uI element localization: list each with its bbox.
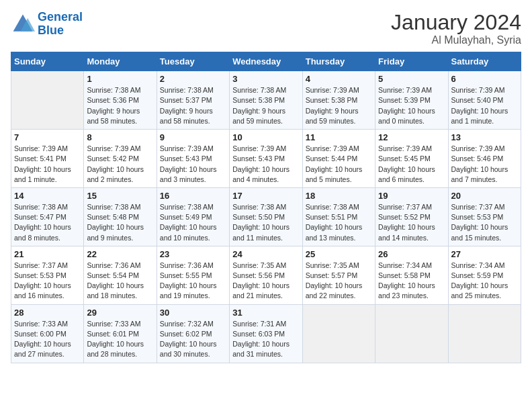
day-info: Sunrise: 7:39 AM Sunset: 5:44 PM Dayligh… bbox=[306, 144, 372, 185]
week-row-5: 28Sunrise: 7:33 AM Sunset: 6:00 PM Dayli… bbox=[11, 304, 521, 363]
day-number: 12 bbox=[378, 132, 445, 142]
day-info: Sunrise: 7:39 AM Sunset: 5:43 PM Dayligh… bbox=[160, 144, 226, 185]
day-number: 25 bbox=[306, 249, 372, 259]
day-info: Sunrise: 7:38 AM Sunset: 5:36 PM Dayligh… bbox=[87, 85, 153, 126]
day-number: 23 bbox=[160, 249, 226, 259]
title-block: January 2024 Al Mulayhah, Syria bbox=[391, 11, 521, 46]
month-title: January 2024 bbox=[391, 11, 521, 34]
calendar-cell: 27Sunrise: 7:34 AM Sunset: 5:59 PM Dayli… bbox=[448, 246, 521, 304]
day-info: Sunrise: 7:37 AM Sunset: 5:53 PM Dayligh… bbox=[451, 202, 518, 243]
day-number: 26 bbox=[378, 249, 445, 259]
logo-icon bbox=[11, 12, 35, 36]
header-row: SundayMondayTuesdayWednesdayThursdayFrid… bbox=[11, 52, 521, 71]
day-number: 3 bbox=[232, 74, 299, 84]
day-info: Sunrise: 7:38 AM Sunset: 5:47 PM Dayligh… bbox=[14, 202, 81, 243]
day-number: 28 bbox=[14, 308, 81, 318]
day-number: 17 bbox=[232, 191, 299, 201]
calendar-cell: 22Sunrise: 7:36 AM Sunset: 5:54 PM Dayli… bbox=[84, 246, 157, 304]
day-info: Sunrise: 7:32 AM Sunset: 6:02 PM Dayligh… bbox=[160, 319, 226, 360]
calendar-cell bbox=[448, 304, 521, 363]
calendar-cell: 6Sunrise: 7:39 AM Sunset: 5:40 PM Daylig… bbox=[448, 71, 521, 130]
day-info: Sunrise: 7:38 AM Sunset: 5:49 PM Dayligh… bbox=[160, 202, 226, 243]
day-info: Sunrise: 7:38 AM Sunset: 5:38 PM Dayligh… bbox=[232, 85, 299, 126]
day-info: Sunrise: 7:33 AM Sunset: 6:00 PM Dayligh… bbox=[14, 319, 81, 360]
day-info: Sunrise: 7:37 AM Sunset: 5:53 PM Dayligh… bbox=[14, 261, 81, 302]
day-number: 19 bbox=[378, 191, 445, 201]
day-number: 11 bbox=[306, 132, 372, 142]
column-header-friday: Friday bbox=[375, 52, 448, 71]
calendar-cell: 8Sunrise: 7:39 AM Sunset: 5:42 PM Daylig… bbox=[84, 130, 157, 188]
logo-line1: General bbox=[38, 10, 83, 24]
day-number: 31 bbox=[232, 308, 299, 318]
calendar-cell: 1Sunrise: 7:38 AM Sunset: 5:36 PM Daylig… bbox=[84, 71, 157, 130]
day-number: 22 bbox=[87, 249, 153, 259]
day-info: Sunrise: 7:39 AM Sunset: 5:39 PM Dayligh… bbox=[378, 85, 445, 126]
day-info: Sunrise: 7:36 AM Sunset: 5:54 PM Dayligh… bbox=[87, 261, 153, 302]
calendar-cell: 10Sunrise: 7:39 AM Sunset: 5:43 PM Dayli… bbox=[230, 130, 302, 188]
day-number: 21 bbox=[14, 249, 81, 259]
calendar-cell: 31Sunrise: 7:31 AM Sunset: 6:03 PM Dayli… bbox=[230, 304, 302, 363]
calendar-cell bbox=[11, 71, 84, 130]
calendar-cell: 25Sunrise: 7:35 AM Sunset: 5:57 PM Dayli… bbox=[302, 246, 375, 304]
calendar-cell: 15Sunrise: 7:38 AM Sunset: 5:48 PM Dayli… bbox=[84, 187, 157, 246]
week-row-2: 7Sunrise: 7:39 AM Sunset: 5:41 PM Daylig… bbox=[11, 130, 521, 188]
day-number: 5 bbox=[378, 74, 445, 84]
calendar-cell: 11Sunrise: 7:39 AM Sunset: 5:44 PM Dayli… bbox=[302, 130, 375, 188]
day-number: 1 bbox=[87, 74, 153, 84]
day-number: 15 bbox=[87, 191, 153, 201]
calendar-cell: 21Sunrise: 7:37 AM Sunset: 5:53 PM Dayli… bbox=[11, 246, 84, 304]
column-header-saturday: Saturday bbox=[448, 52, 521, 71]
day-info: Sunrise: 7:39 AM Sunset: 5:43 PM Dayligh… bbox=[232, 144, 299, 185]
calendar-cell: 17Sunrise: 7:38 AM Sunset: 5:50 PM Dayli… bbox=[230, 187, 302, 246]
calendar-table: SundayMondayTuesdayWednesdayThursdayFrid… bbox=[11, 52, 521, 363]
calendar-cell: 12Sunrise: 7:39 AM Sunset: 5:45 PM Dayli… bbox=[375, 130, 448, 188]
column-header-tuesday: Tuesday bbox=[157, 52, 229, 71]
day-info: Sunrise: 7:39 AM Sunset: 5:42 PM Dayligh… bbox=[87, 144, 153, 185]
day-number: 13 bbox=[451, 132, 518, 142]
day-number: 24 bbox=[232, 249, 299, 259]
column-header-sunday: Sunday bbox=[11, 52, 84, 71]
calendar-cell: 26Sunrise: 7:34 AM Sunset: 5:58 PM Dayli… bbox=[375, 246, 448, 304]
calendar-cell: 20Sunrise: 7:37 AM Sunset: 5:53 PM Dayli… bbox=[448, 187, 521, 246]
day-info: Sunrise: 7:39 AM Sunset: 5:46 PM Dayligh… bbox=[451, 144, 518, 185]
week-row-1: 1Sunrise: 7:38 AM Sunset: 5:36 PM Daylig… bbox=[11, 71, 521, 130]
day-info: Sunrise: 7:38 AM Sunset: 5:51 PM Dayligh… bbox=[306, 202, 372, 243]
day-number: 30 bbox=[160, 308, 226, 318]
calendar-cell: 28Sunrise: 7:33 AM Sunset: 6:00 PM Dayli… bbox=[11, 304, 84, 363]
day-number: 16 bbox=[160, 191, 226, 201]
column-header-monday: Monday bbox=[84, 52, 157, 71]
calendar-cell: 29Sunrise: 7:33 AM Sunset: 6:01 PM Dayli… bbox=[84, 304, 157, 363]
day-info: Sunrise: 7:39 AM Sunset: 5:41 PM Dayligh… bbox=[14, 144, 81, 185]
column-header-wednesday: Wednesday bbox=[230, 52, 302, 71]
calendar-cell: 9Sunrise: 7:39 AM Sunset: 5:43 PM Daylig… bbox=[157, 130, 229, 188]
day-info: Sunrise: 7:39 AM Sunset: 5:40 PM Dayligh… bbox=[451, 85, 518, 126]
week-row-4: 21Sunrise: 7:37 AM Sunset: 5:53 PM Dayli… bbox=[11, 246, 521, 304]
calendar-cell: 13Sunrise: 7:39 AM Sunset: 5:46 PM Dayli… bbox=[448, 130, 521, 188]
page-header: General Blue January 2024 Al Mulayhah, S… bbox=[11, 11, 521, 46]
day-number: 14 bbox=[14, 191, 81, 201]
week-row-3: 14Sunrise: 7:38 AM Sunset: 5:47 PM Dayli… bbox=[11, 187, 521, 246]
calendar-cell: 7Sunrise: 7:39 AM Sunset: 5:41 PM Daylig… bbox=[11, 130, 84, 188]
column-header-thursday: Thursday bbox=[302, 52, 375, 71]
calendar-cell: 18Sunrise: 7:38 AM Sunset: 5:51 PM Dayli… bbox=[302, 187, 375, 246]
day-number: 29 bbox=[87, 308, 153, 318]
calendar-cell bbox=[302, 304, 375, 363]
calendar-cell: 19Sunrise: 7:37 AM Sunset: 5:52 PM Dayli… bbox=[375, 187, 448, 246]
day-info: Sunrise: 7:39 AM Sunset: 5:38 PM Dayligh… bbox=[306, 85, 372, 126]
calendar-cell bbox=[375, 304, 448, 363]
day-info: Sunrise: 7:36 AM Sunset: 5:55 PM Dayligh… bbox=[160, 261, 226, 302]
day-info: Sunrise: 7:38 AM Sunset: 5:48 PM Dayligh… bbox=[87, 202, 153, 243]
day-number: 18 bbox=[306, 191, 372, 201]
calendar-cell: 23Sunrise: 7:36 AM Sunset: 5:55 PM Dayli… bbox=[157, 246, 229, 304]
day-number: 9 bbox=[160, 132, 226, 142]
calendar-cell: 3Sunrise: 7:38 AM Sunset: 5:38 PM Daylig… bbox=[230, 71, 302, 130]
logo-line2: Blue bbox=[38, 24, 64, 37]
calendar-cell: 16Sunrise: 7:38 AM Sunset: 5:49 PM Dayli… bbox=[157, 187, 229, 246]
day-info: Sunrise: 7:31 AM Sunset: 6:03 PM Dayligh… bbox=[232, 319, 299, 360]
calendar-cell: 4Sunrise: 7:39 AM Sunset: 5:38 PM Daylig… bbox=[302, 71, 375, 130]
day-info: Sunrise: 7:38 AM Sunset: 5:37 PM Dayligh… bbox=[160, 85, 226, 126]
calendar-cell: 5Sunrise: 7:39 AM Sunset: 5:39 PM Daylig… bbox=[375, 71, 448, 130]
day-number: 10 bbox=[232, 132, 299, 142]
day-number: 6 bbox=[451, 74, 518, 84]
logo: General Blue bbox=[11, 11, 83, 38]
